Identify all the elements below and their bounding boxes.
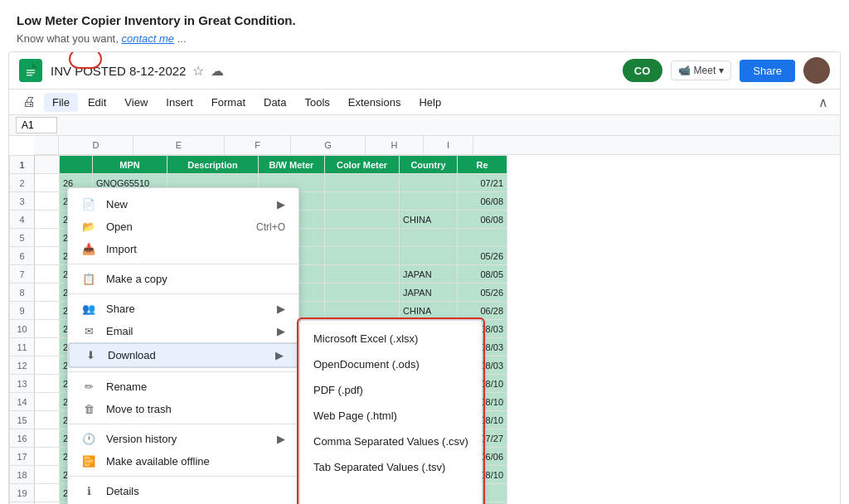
file-menu-version[interactable]: 🕐 Version history ▶	[68, 428, 298, 450]
title-icons: ☆ ☁	[192, 63, 224, 79]
col-header-g: G	[291, 136, 366, 154]
col-header-h: H	[366, 136, 424, 154]
file-menu-import[interactable]: 📥 Import	[68, 238, 298, 260]
share-arrow: ▶	[277, 303, 285, 315]
minimize-button[interactable]: ∧	[813, 93, 833, 112]
svg-rect-2	[27, 75, 32, 76]
trash-icon: 🗑	[81, 403, 96, 415]
version-icon: 🕐	[81, 433, 96, 445]
details-icon: ℹ	[81, 485, 96, 497]
file-menu-make-copy[interactable]: 📋 Make a copy	[68, 268, 298, 290]
doc-title[interactable]: INV POSTED 8-12-2022	[51, 64, 186, 78]
download-submenu: Microsoft Excel (.xlsx) OpenDocument (.o…	[299, 320, 483, 504]
file-menu-offline[interactable]: 📴 Make available offline	[68, 450, 298, 472]
menu-tools[interactable]: Tools	[296, 93, 337, 112]
cell-reference[interactable]	[16, 117, 57, 133]
col-i-header: Re	[458, 156, 507, 174]
menu-help[interactable]: Help	[410, 93, 449, 112]
title-right: CO 📹 Meet ▾ Share	[623, 57, 830, 84]
co-badge: CO	[623, 59, 662, 82]
svg-rect-1	[27, 72, 35, 74]
divider-3	[68, 371, 298, 372]
contact-link[interactable]: contact me	[121, 32, 174, 45]
file-menu-details[interactable]: ℹ Details	[68, 480, 298, 502]
menu-format[interactable]: Format	[203, 93, 254, 112]
rename-icon: ✏	[81, 380, 96, 393]
share-icon: 👥	[81, 303, 96, 315]
download-xlsx[interactable]: Microsoft Excel (.xlsx)	[300, 326, 482, 351]
file-menu-dropdown: 📄 New ▶ 📂 Open Ctrl+O 📥 Import	[67, 187, 483, 504]
col-h-header: Country	[400, 156, 458, 174]
file-menu-new[interactable]: 📄 New ▶	[68, 193, 298, 216]
table-header-row: 1 MPN Description B/W Meter Color Meter …	[10, 156, 507, 174]
page-header: Low Meter Copier Inventory in Great Cond…	[0, 0, 849, 51]
divider-4	[68, 424, 298, 424]
new-arrow: ▶	[277, 198, 285, 211]
download-tsv[interactable]: Tab Separated Values (.tsv)	[300, 454, 482, 480]
menu-extensions[interactable]: Extensions	[340, 93, 410, 112]
divider-2	[68, 293, 298, 294]
col-header-i: I	[424, 136, 473, 154]
col-header-e: E	[133, 136, 225, 154]
print-icon-toolbar[interactable]: 🖨	[16, 91, 42, 113]
col-f-header: B/W Meter	[259, 156, 325, 174]
divider-5	[68, 476, 298, 477]
file-menu-open[interactable]: 📂 Open Ctrl+O	[68, 216, 298, 238]
file-menu-share[interactable]: 👥 Share ▶	[68, 298, 298, 320]
menu-view[interactable]: View	[116, 93, 156, 112]
copy-icon: 📋	[81, 273, 96, 285]
col-g-header: Color Meter	[325, 156, 400, 174]
download-html[interactable]: Web Page (.html)	[300, 403, 482, 429]
col-header-empty	[34, 136, 59, 154]
new-icon: 📄	[81, 198, 96, 211]
sheets-icon	[19, 59, 42, 82]
import-icon: 📥	[81, 243, 96, 255]
version-arrow: ▶	[277, 433, 285, 445]
col-header-d: D	[59, 136, 133, 154]
download-arrow: ▶	[275, 349, 284, 361]
spreadsheet-container: D E F G H I	[9, 136, 840, 504]
file-menu-rename[interactable]: ✏ Rename	[68, 376, 298, 398]
col-e-header: Description	[167, 156, 259, 174]
offline-icon: 📴	[81, 455, 96, 468]
menu-edit[interactable]: Edit	[80, 93, 114, 112]
file-menu-email[interactable]: ✉ Email ▶	[68, 320, 298, 342]
menu-data[interactable]: Data	[255, 93, 294, 112]
sheets-window: INV POSTED 8-12-2022 ☆ ☁ CO 📹 Meet ▾ Sha…	[8, 51, 841, 504]
file-menu-trash[interactable]: 🗑 Move to trash	[68, 398, 298, 420]
open-icon: 📂	[81, 220, 96, 233]
file-menu-panel: 📄 New ▶ 📂 Open Ctrl+O 📥 Import	[67, 187, 299, 504]
header-rownum: 1	[10, 156, 35, 174]
menu-bar: 🖨 File Edit View Insert Format Data Tool…	[9, 90, 840, 115]
share-button[interactable]: Share	[740, 60, 795, 82]
page-subtitle: Know what you want, contact me ...	[17, 32, 832, 45]
column-headers: D E F G H I	[34, 136, 840, 155]
download-icon: ⬇	[83, 349, 98, 361]
menu-insert[interactable]: Insert	[158, 93, 201, 112]
cloud-icon[interactable]: ☁	[211, 63, 224, 79]
email-arrow: ▶	[277, 325, 285, 337]
page-title: Low Meter Copier Inventory in Great Cond…	[17, 13, 832, 27]
download-ods[interactable]: OpenDocument (.ods)	[300, 351, 482, 377]
email-icon: ✉	[81, 325, 96, 337]
avatar	[803, 57, 830, 84]
menu-file[interactable]: File	[44, 93, 78, 112]
star-icon[interactable]: ☆	[192, 63, 204, 79]
toolbar	[9, 115, 840, 136]
col-header-f: F	[225, 136, 291, 154]
download-pdf[interactable]: PDF (.pdf)	[300, 377, 482, 403]
title-bar: INV POSTED 8-12-2022 ☆ ☁ CO 📹 Meet ▾ Sha…	[9, 52, 840, 90]
col-d-header: MPN	[93, 156, 167, 174]
download-csv[interactable]: Comma Separated Values (.csv)	[300, 429, 482, 454]
meet-chevron: ▾	[719, 65, 724, 76]
page-wrapper: Low Meter Copier Inventory in Great Cond…	[0, 0, 849, 504]
meet-button[interactable]: 📹 Meet ▾	[671, 61, 732, 80]
file-menu-download[interactable]: ⬇ Download ▶	[68, 342, 298, 368]
svg-rect-0	[27, 70, 35, 71]
divider-1	[68, 264, 298, 264]
